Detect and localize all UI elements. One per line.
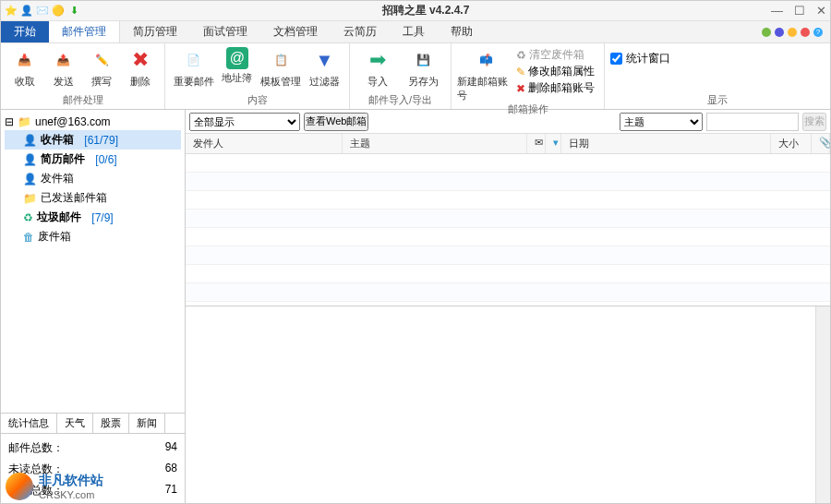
filter-select[interactable]: 全部显示 [189,113,300,131]
trash-icon: 🗑 [23,231,34,244]
col-subject[interactable]: 主题 [343,134,527,153]
delete-button[interactable]: ✖删除 [122,45,159,89]
tab-cloud[interactable]: 云简历 [331,21,390,42]
clear-trash-button[interactable]: ♻清空废件箱 [516,47,595,63]
col-sender[interactable]: 发件人 [186,134,343,153]
dot-icon[interactable] [788,28,797,37]
group-label: 内容 [171,93,343,107]
tab-doc[interactable]: 文档管理 [260,21,331,42]
compose-button[interactable]: ✏️撰写 [84,45,121,89]
preview-pane [186,306,830,504]
list-row[interactable] [186,265,830,283]
mail-list [186,154,830,306]
trash-folder[interactable]: 🗑废件箱 [5,227,181,246]
user-icon: 👤 [23,153,37,166]
resume-folder[interactable]: 👤简历邮件 [0/6] [5,150,181,169]
view-web-button[interactable]: 查看Web邮箱 [304,113,368,131]
search-input[interactable] [706,113,799,131]
user-icon: 👤 [23,134,37,147]
group-label: 邮件处理 [6,93,159,107]
col-size[interactable]: 大小 [771,134,812,153]
list-row[interactable] [186,191,830,210]
sent-folder[interactable]: 📁已发送邮件箱 [5,188,181,208]
inbox-folder[interactable]: 👤收件箱 [61/79] [5,130,181,150]
tab-help[interactable]: 帮助 [438,21,486,42]
help-icon[interactable]: ? [813,28,823,37]
template-button[interactable]: 📋模板管理 [259,45,304,89]
tab-stats[interactable]: 统计信息 [1,414,57,433]
tab-weather[interactable]: 天气 [57,414,93,433]
stats-window-checkbox[interactable]: 统计窗口 [610,45,670,66]
col-date[interactable]: 日期 [561,134,771,153]
filter-button[interactable]: ▼过滤器 [306,45,343,89]
x-icon: ✖ [516,82,525,95]
list-header: 发件人 主题 ✉ ▾ 日期 大小 📎 [186,134,830,154]
import-button[interactable]: ➡导入 [355,45,400,89]
dot-icon[interactable] [762,28,771,37]
receive-button[interactable]: 📥收取 [6,45,43,89]
dot-icon[interactable] [775,28,784,37]
new-account-button[interactable]: 📫新建邮箱账号 [457,45,514,102]
tab-stock[interactable]: 股票 [93,414,129,433]
spam-folder[interactable]: ♻垃圾邮件 [7/9] [5,208,181,227]
send-button[interactable]: 📤发送 [45,45,82,89]
folder-icon: 📁 [18,115,31,128]
subject-select[interactable]: 主题 [620,113,703,131]
important-button[interactable]: 📄重要邮件 [171,45,216,89]
tab-interview[interactable]: 面试管理 [190,21,260,42]
list-row[interactable] [186,246,830,265]
minus-icon: ⊟ [5,115,14,128]
stat-row: 邮件总数：94 [8,438,177,459]
recycle-icon: ♻ [23,211,33,224]
watermark: 非凡软件站 CRSKY.com [6,473,103,500]
chevron-down-icon[interactable]: ▾ [546,134,561,153]
group-label: 邮件导入/导出 [355,93,445,107]
list-row[interactable] [186,228,830,246]
pencil-icon: ✎ [516,66,525,78]
tab-news[interactable]: 新闻 [129,414,165,433]
star-icon[interactable]: ⭐ [5,5,18,18]
tab-start[interactable]: 开始 [1,21,49,42]
coin-icon[interactable]: 🟡 [52,5,65,18]
saveas-button[interactable]: 💾另存为 [402,45,446,89]
mail-icon[interactable]: ✉️ [36,5,49,18]
account-node[interactable]: ⊟📁unef@163.com [5,114,181,130]
tab-resume[interactable]: 简历管理 [120,21,190,42]
tab-tools[interactable]: 工具 [390,21,438,42]
list-row[interactable] [186,154,830,173]
dot-icon[interactable] [801,28,810,37]
folder-icon: 📁 [23,192,37,205]
user-icon: 👤 [23,173,37,186]
edit-account-button[interactable]: ✎修改邮箱属性 [516,64,595,79]
scrollbar[interactable] [815,306,830,504]
list-row[interactable] [186,210,830,228]
delete-account-button[interactable]: ✖删除邮箱账号 [516,80,595,96]
recycle-icon: ♻ [516,49,526,62]
attach-icon[interactable]: 📎 [812,134,830,153]
window-title: 招聘之星 v4.2.4.7 [80,3,771,18]
maximize-button[interactable]: ☐ [794,4,805,18]
list-row[interactable] [186,173,830,191]
down-icon[interactable]: ⬇ [67,5,80,18]
user-icon[interactable]: 👤 [20,5,33,18]
group-label: 显示 [610,93,825,107]
search-button[interactable]: 搜索 [802,113,826,131]
mail-icon[interactable]: ✉ [527,134,546,153]
outbox-folder[interactable]: 👤发件箱 [5,169,181,188]
logo-icon [6,473,33,500]
list-row[interactable] [186,283,830,302]
close-button[interactable]: ✕ [816,4,826,18]
minimize-button[interactable]: — [771,4,783,18]
tab-mail[interactable]: 邮件管理 [49,21,120,42]
contacts-button[interactable]: @地址簿 [218,45,256,85]
